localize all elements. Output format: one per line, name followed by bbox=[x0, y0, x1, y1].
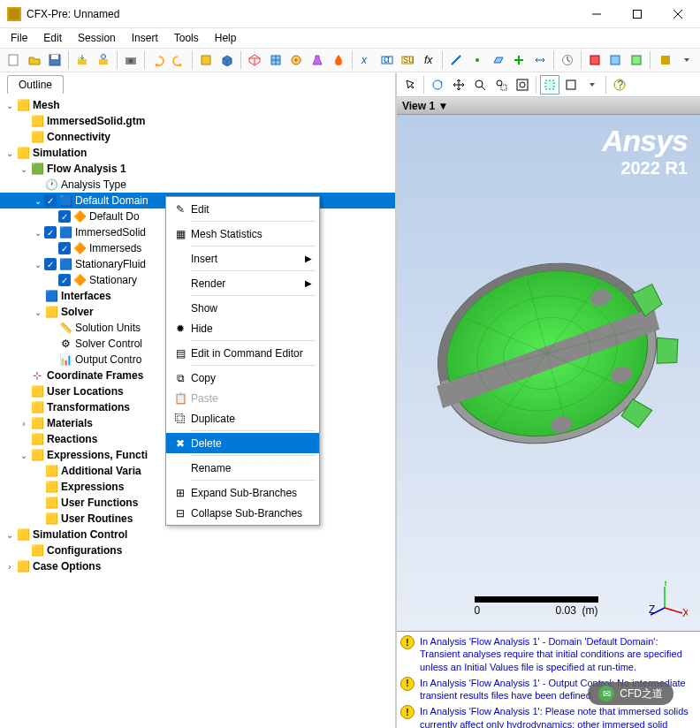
tree-sim-control[interactable]: Simulation Control bbox=[33, 528, 127, 541]
chevron-down-icon[interactable]: ⌄ bbox=[32, 228, 44, 238]
tree-default-domain[interactable]: Default Domain bbox=[75, 194, 148, 207]
ctx-render[interactable]: Render▶ bbox=[166, 273, 319, 293]
ctx-edit-cmd[interactable]: ▤Edit in Command Editor bbox=[166, 343, 319, 363]
face-icon[interactable] bbox=[561, 75, 581, 95]
menu-insert[interactable]: Insert bbox=[125, 30, 165, 46]
flame-icon[interactable] bbox=[329, 50, 348, 70]
chevron-right-icon[interactable]: › bbox=[4, 562, 16, 572]
plus-icon[interactable] bbox=[509, 50, 529, 70]
pan-icon[interactable] bbox=[449, 75, 468, 95]
tree-analysis-type[interactable]: Analysis Type bbox=[61, 178, 126, 191]
output-icon[interactable] bbox=[606, 50, 626, 70]
source-icon[interactable] bbox=[286, 50, 306, 70]
chevron-down-icon[interactable]: ⌄ bbox=[32, 196, 44, 206]
viewport-3d[interactable]: Ansys 2022 R1 bbox=[397, 115, 700, 631]
ctx-delete[interactable]: ✖Delete bbox=[166, 433, 319, 453]
tree-transformations[interactable]: Transformations bbox=[47, 401, 130, 413]
undo-icon[interactable] bbox=[148, 50, 168, 70]
line-icon[interactable] bbox=[446, 50, 466, 70]
plane-icon[interactable] bbox=[489, 50, 508, 70]
tree-solution-units[interactable]: Solution Units bbox=[75, 322, 141, 334]
ctx-duplicate[interactable]: ⿻Duplicate bbox=[166, 408, 319, 428]
tree-immersedsolid[interactable]: ImmersedSolid bbox=[75, 226, 146, 239]
tree-flow[interactable]: Flow Analysis 1 bbox=[47, 163, 126, 175]
chevron-down-icon[interactable]: ⌄ bbox=[32, 260, 44, 269]
tree-connectivity[interactable]: Connectivity bbox=[47, 131, 110, 143]
tree-output-control[interactable]: Output Contro bbox=[75, 353, 141, 366]
tree-interfaces[interactable]: Interfaces bbox=[61, 290, 111, 302]
rotate-icon[interactable] bbox=[428, 75, 447, 95]
close-button[interactable] bbox=[658, 1, 698, 27]
chevron-down-icon[interactable]: ⌄ bbox=[4, 530, 16, 540]
tree-solver[interactable]: Solver bbox=[61, 306, 94, 318]
ctx-expand[interactable]: ⊞Expand Sub-Branches bbox=[166, 482, 319, 503]
expression-icon[interactable]: x bbox=[356, 50, 376, 70]
tree-default-domain-default[interactable]: Default Do bbox=[89, 210, 140, 223]
check-icon[interactable]: ✓ bbox=[58, 274, 71, 286]
boundary-icon[interactable] bbox=[245, 50, 264, 70]
chevron-down-icon[interactable]: ⌄ bbox=[32, 307, 44, 317]
zoom-icon[interactable] bbox=[470, 75, 490, 95]
redo-icon[interactable] bbox=[170, 50, 189, 70]
mesh-reload-icon[interactable] bbox=[94, 50, 113, 70]
tree-mesh-file[interactable]: ImmersedSolid.gtm bbox=[47, 115, 145, 127]
open-icon[interactable] bbox=[25, 50, 44, 70]
chevron-down-icon[interactable]: ⌄ bbox=[18, 164, 30, 174]
tree-materials[interactable]: Materials bbox=[47, 417, 93, 429]
tree-expressions[interactable]: Expressions, Functi bbox=[47, 449, 148, 461]
ctx-edit[interactable]: ✎Edit bbox=[166, 199, 319, 219]
zoom-box-icon[interactable] bbox=[491, 75, 511, 95]
camera-icon[interactable] bbox=[121, 50, 141, 70]
solver-icon[interactable] bbox=[585, 50, 605, 70]
cel-icon[interactable]: α bbox=[377, 50, 397, 70]
ctx-rename[interactable]: Rename bbox=[166, 458, 319, 478]
tree-user-functions[interactable]: User Functions bbox=[61, 497, 138, 509]
menu-edit[interactable]: Edit bbox=[36, 30, 69, 46]
tree-case-options[interactable]: Case Options bbox=[33, 560, 101, 573]
ctx-collapse[interactable]: ⊟Collapse Sub-Branches bbox=[166, 503, 319, 523]
chevron-right-icon[interactable]: › bbox=[18, 419, 30, 428]
select-icon[interactable] bbox=[400, 75, 420, 95]
minimize-button[interactable] bbox=[576, 1, 617, 27]
tree-additional-vars[interactable]: Additional Varia bbox=[61, 465, 141, 477]
function-icon[interactable]: fx bbox=[419, 50, 438, 70]
ctx-show[interactable]: Show bbox=[166, 298, 319, 318]
clock-icon[interactable] bbox=[558, 50, 577, 70]
check-icon[interactable]: ✓ bbox=[44, 194, 57, 207]
tree-expressions2[interactable]: Expressions bbox=[61, 481, 124, 493]
run-icon[interactable] bbox=[656, 50, 675, 70]
tree-solver-control[interactable]: Solver Control bbox=[75, 337, 142, 350]
tab-outline[interactable]: Outline bbox=[7, 75, 64, 94]
tree-configurations[interactable]: Configurations bbox=[47, 544, 122, 557]
tree-mesh[interactable]: Mesh bbox=[33, 99, 60, 111]
mesh-import-icon[interactable] bbox=[72, 50, 92, 70]
chevron-down-icon[interactable]: ⌄ bbox=[4, 148, 16, 158]
new-icon[interactable] bbox=[4, 50, 23, 70]
check-icon[interactable]: ✓ bbox=[58, 210, 71, 223]
check-icon[interactable]: ✓ bbox=[58, 242, 71, 254]
cube-icon[interactable] bbox=[217, 50, 237, 70]
highlight-icon[interactable] bbox=[540, 75, 559, 95]
chevron-down-icon[interactable]: ⌄ bbox=[4, 101, 16, 110]
menu-help[interactable]: Help bbox=[208, 30, 244, 46]
ctx-insert[interactable]: Insert▶ bbox=[166, 248, 319, 269]
dropdown-icon[interactable] bbox=[582, 75, 602, 95]
menu-file[interactable]: File bbox=[4, 30, 34, 46]
tree-coord-frames[interactable]: Coordinate Frames bbox=[47, 369, 143, 382]
tree-stationaryfluid[interactable]: StationaryFluid bbox=[75, 258, 146, 270]
chevron-down-icon[interactable]: ⌄ bbox=[18, 451, 30, 460]
point-icon[interactable] bbox=[468, 50, 487, 70]
tree-simulation[interactable]: Simulation bbox=[33, 147, 87, 159]
check-icon[interactable]: ✓ bbox=[44, 226, 57, 239]
results-icon[interactable] bbox=[627, 50, 646, 70]
fit-icon[interactable] bbox=[513, 75, 532, 95]
flask-icon[interactable] bbox=[308, 50, 327, 70]
domain-icon[interactable] bbox=[196, 50, 216, 70]
ctx-copy[interactable]: ⧉Copy bbox=[166, 368, 319, 388]
save-icon[interactable] bbox=[46, 50, 65, 70]
subdomain-icon[interactable] bbox=[266, 50, 285, 70]
ctx-mesh-stats[interactable]: ▦Mesh Statistics bbox=[166, 224, 319, 244]
menu-tools[interactable]: Tools bbox=[167, 30, 206, 46]
check-icon[interactable]: ✓ bbox=[44, 258, 57, 270]
view-header[interactable]: View 1 ▼ bbox=[397, 97, 700, 115]
